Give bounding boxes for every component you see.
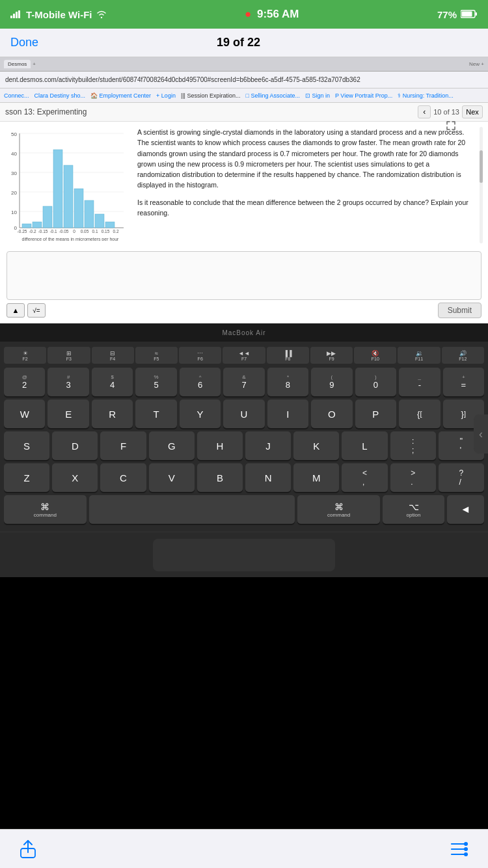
key-f8[interactable]: ▐▐F8 [267,347,309,364]
key-option[interactable]: ⌥ option [383,495,444,524]
key-f6[interactable]: ⋯F6 [179,347,221,364]
key-p[interactable]: P [355,400,396,428]
bookmark-login[interactable]: + Login [156,92,176,99]
bookmark-session[interactable]: ||| Session Expiration... [181,92,241,99]
key-right-command[interactable]: ⌘ command [297,495,380,524]
signal-icon [10,9,22,20]
done-button[interactable]: Done [10,36,38,49]
key-v[interactable]: V [149,463,195,492]
macbook-label-area: MacBook Air [0,323,488,342]
key-s[interactable]: S [4,431,49,460]
key-k[interactable]: K [293,431,339,460]
key-l[interactable]: L [342,431,387,460]
key-space[interactable] [89,495,295,524]
key-f10[interactable]: 🔇F10 [354,347,396,364]
bookmark-employment[interactable]: 🏠 Employment Center [90,92,151,99]
key-n[interactable]: N [245,463,291,492]
lesson-title: sson 13: Experimenting [5,107,87,116]
key-f3[interactable]: ⊞F3 [47,347,90,364]
key-left-command[interactable]: ⌘ command [4,495,87,524]
url-bar[interactable]: dent.desmos.com/activitybuilder/student/… [0,72,488,88]
bookmark-portrait[interactable]: P View Portrait Prop... [335,92,392,99]
asdf-row: S D F G H J K L :; "' [3,431,485,460]
key-g[interactable]: G [149,431,195,460]
key-m[interactable]: M [293,463,339,492]
active-tab[interactable]: Desmos [4,60,31,68]
touchpad-area[interactable] [0,532,488,577]
key-8[interactable]: *8 [267,368,308,396]
key-f9[interactable]: ▶▶F9 [310,347,353,364]
key-u[interactable]: U [223,400,264,428]
key-2[interactable]: @2 [4,368,45,396]
touchpad[interactable] [153,539,335,571]
key-7[interactable]: &7 [223,368,264,396]
status-right: 77% [437,9,478,20]
expand-button[interactable] [446,121,455,133]
key-d[interactable]: D [52,431,98,460]
bookmark-selling[interactable]: □ Selling Associate... [245,92,299,99]
key-open-bracket[interactable]: {[ [399,400,440,428]
pull-tab[interactable]: ‹ [474,414,488,454]
math-tool-button[interactable]: √= [27,303,46,318]
svg-text:40: 40 [11,151,17,157]
key-i[interactable]: I [267,400,308,428]
key-o[interactable]: O [311,400,352,428]
key-f[interactable]: F [100,431,146,460]
key-z[interactable]: Z [4,463,49,492]
bookmark-connec[interactable]: Connec... [4,92,29,99]
battery-label: 77% [437,9,457,20]
bookmark-signin[interactable]: ⊡ Sign in [305,92,330,99]
share-button[interactable] [20,839,36,859]
bookmark-clara[interactable]: Clara Destiny sho... [34,92,86,99]
key-w[interactable]: W [4,400,45,428]
key-5[interactable]: %5 [135,368,176,396]
key-f11[interactable]: 🔉F11 [398,347,440,364]
submit-button[interactable]: Submit [438,303,481,318]
key-e[interactable]: E [47,400,88,428]
carrier-label: T-Mobile Wi-Fi [26,9,92,20]
key-9[interactable]: (9 [311,368,352,396]
answer-textarea[interactable] [7,251,481,300]
key-f2[interactable]: ☀F2 [4,347,46,364]
key-0[interactable]: )0 [355,368,396,396]
svg-rect-21 [22,224,31,228]
key-x[interactable]: X [52,463,98,492]
key-4[interactable]: $4 [92,368,133,396]
svg-point-47 [464,852,468,856]
key-f12[interactable]: 🔊F12 [442,347,484,364]
keyboard: ☀F2 ⊞F3 ⊟F4 ≈F5 ⋯F6 ◄◄F7 ▐▐F8 ▶▶F9 🔇F10 … [0,342,488,532]
key-f7[interactable]: ◄◄F7 [223,347,265,364]
bookmark-nursing[interactable]: ⚕ Nursing: Tradition... [398,92,454,99]
image-tool-button[interactable]: ▲ [7,303,25,318]
key-f4[interactable]: ⊟F4 [92,347,134,364]
svg-rect-29 [105,222,115,228]
scroll-bar[interactable] [480,127,483,243]
key-minus[interactable]: _- [399,368,440,396]
key-comma[interactable]: <, [342,463,387,492]
new-tab-button[interactable]: + [33,61,36,67]
next-page-button[interactable]: Nex [462,105,483,118]
url-text: dent.desmos.com/activitybuilder/student/… [5,76,360,83]
key-6[interactable]: ^6 [180,368,221,396]
key-t[interactable]: T [135,400,176,428]
key-h[interactable]: H [197,431,243,460]
key-c[interactable]: C [100,463,146,492]
key-y[interactable]: Y [180,400,221,428]
key-period[interactable]: >. [390,463,436,492]
key-f5[interactable]: ≈F5 [135,347,178,364]
key-arrow-left[interactable]: ◄ [447,495,484,524]
key-r[interactable]: R [92,400,133,428]
key-slash[interactable]: ?/ [439,463,484,492]
bottom-key-row: ⌘ command ⌘ command ⌥ option ◄ [3,495,485,524]
key-3[interactable]: #3 [47,368,88,396]
svg-text:-0.15: -0.15 [38,229,48,234]
qwerty-row: W E R T Y U I O P {[ }] [3,400,485,428]
prev-page-button[interactable]: ‹ [418,105,431,118]
main-content: sson 13: Experimenting ‹ 10 of 13 Nex 50… [0,103,488,323]
menu-button[interactable] [450,842,468,856]
key-plus[interactable]: += [443,368,484,396]
key-semicolon[interactable]: :; [390,431,436,460]
key-b[interactable]: B [197,463,243,492]
key-j[interactable]: J [245,431,291,460]
svg-rect-26 [74,189,83,228]
